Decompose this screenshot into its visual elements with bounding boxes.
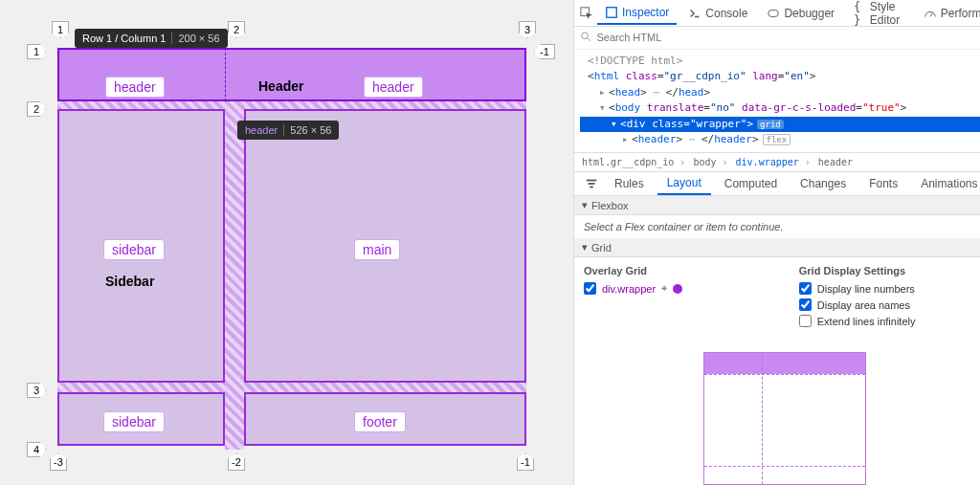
body-tag-line[interactable]: ▾<body translate="no" data-gr-c-s-loaded… <box>580 100 980 117</box>
mini-grid-row-line <box>704 466 865 467</box>
sidebar-element-text: Sidebar <box>105 274 154 289</box>
setting-line-numbers[interactable]: Display line numbers <box>799 282 980 295</box>
tab-debugger[interactable]: Debugger <box>759 3 842 24</box>
overlay-grid-column: Overlay Grid div.wrapper ⌖ <box>584 265 770 331</box>
grid-area-sidebar-lower[interactable] <box>57 392 225 446</box>
sidebar-tab-changes[interactable]: Changes <box>791 173 856 194</box>
disclosure-triangle-icon: ▾ <box>582 199 588 211</box>
header-element-text: Header <box>258 78 303 94</box>
grid-settings-column: Grid Display Settings Display line numbe… <box>799 265 980 331</box>
grid-area-sidebar[interactable] <box>57 109 225 383</box>
grid-section-header[interactable]: ▾ Grid <box>574 238 980 257</box>
target-icon[interactable]: ⌖ <box>661 282 667 295</box>
grid-cell-tooltip: Row 1 / Column 1 200 × 56 <box>75 29 228 48</box>
svg-point-4 <box>582 33 589 39</box>
flex-badge[interactable]: flex <box>763 134 791 145</box>
svg-line-3 <box>930 12 933 16</box>
overlay-grid-item[interactable]: div.wrapper ⌖ <box>584 282 770 295</box>
devtools-toolbar: Inspector Console Debugger { } Style Edi… <box>574 0 980 27</box>
tab-performance[interactable]: Perform <box>916 3 980 24</box>
tooltip-tag: header <box>245 124 278 136</box>
grid-line-number-negative: -1 <box>534 44 555 59</box>
grid-track-divider <box>225 48 226 101</box>
flexbox-section-header[interactable]: ▾ Flexbox <box>574 196 980 215</box>
svg-rect-2 <box>768 10 779 16</box>
grid-line-number-negative: -1 <box>517 453 534 471</box>
tab-console[interactable]: Console <box>680 3 755 24</box>
grid-line-number: 2 <box>228 21 245 38</box>
svg-line-5 <box>588 38 590 41</box>
sidebar-tab-computed[interactable]: Computed <box>715 173 787 194</box>
page-viewport: header Header header sidebar Sidebar mai… <box>0 0 574 485</box>
doctype-line: <!DOCTYPE html> <box>580 54 980 70</box>
grid-line-number: 3 <box>27 383 46 398</box>
overlay-grid-title: Overlay Grid <box>584 265 770 276</box>
svg-rect-1 <box>607 7 617 17</box>
overlay-grid-selector: div.wrapper <box>602 283 656 295</box>
grid-settings-title: Grid Display Settings <box>799 265 980 276</box>
grid-badge[interactable]: grid <box>757 120 784 129</box>
svg-rect-8 <box>590 187 593 188</box>
breadcrumb-item[interactable]: html.gr__cdpn_io <box>582 157 674 167</box>
tooltip-dimensions: 526 × 56 <box>290 124 331 136</box>
devtools-panel: Inspector Console Debugger { } Style Edi… <box>574 0 980 485</box>
sidebar-tabs: Rules Layout Computed Changes Fonts Anim… <box>574 172 980 197</box>
breadcrumb-bar[interactable]: html.gr__cdpn_io› body› div.wrapper› hea… <box>574 152 980 172</box>
disclosure-triangle-icon: ▾ <box>582 241 588 254</box>
setting-checkbox[interactable] <box>799 282 812 295</box>
svg-rect-6 <box>587 180 597 182</box>
mini-grid-row-line <box>704 374 865 375</box>
setting-checkbox[interactable] <box>799 298 812 311</box>
html-search-bar[interactable] <box>574 27 980 50</box>
grid-column-gap <box>225 48 244 450</box>
html-tag-line[interactable]: <html class="gr__cdpn_io" lang="en"> <box>580 69 980 85</box>
overlay-grid-checkbox[interactable] <box>584 282 596 295</box>
grid-area-main[interactable] <box>244 109 526 383</box>
breadcrumb-item[interactable]: body <box>693 157 716 167</box>
grid-row-gap <box>57 101 526 109</box>
grid-line-number: 1 <box>52 21 69 38</box>
selected-element-line[interactable]: ▾<div class="wrapper">grid <box>580 117 980 133</box>
breadcrumb-item[interactable]: div.wrapper <box>736 157 799 167</box>
grid-line-number-negative: -3 <box>50 453 67 471</box>
sidebar-tab-rules[interactable]: Rules <box>605 173 654 194</box>
grid-panel-body: Overlay Grid div.wrapper ⌖ Grid Display … <box>574 257 980 339</box>
mini-grid-header <box>704 353 865 374</box>
header-tag-line[interactable]: ▸<header> ⋯ </header>flex <box>580 132 980 148</box>
pick-element-icon[interactable] <box>580 4 593 23</box>
tab-inspector[interactable]: Inspector <box>597 2 677 25</box>
tab-style-editor[interactable]: { } Style Editor <box>846 0 912 31</box>
tooltip-label: Row 1 / Column 1 <box>82 33 166 44</box>
color-swatch[interactable] <box>673 284 682 294</box>
setting-area-names[interactable]: Display area names <box>799 298 980 311</box>
tooltip-dimensions: 200 × 56 <box>178 33 219 44</box>
search-icon <box>580 31 592 44</box>
grid-overlay: header Header header sidebar Sidebar mai… <box>57 48 526 450</box>
element-tooltip: header 526 × 56 <box>237 121 339 140</box>
sidebar-tab-fonts[interactable]: Fonts <box>859 173 907 194</box>
svg-rect-7 <box>589 183 595 185</box>
grid-outline-preview[interactable] <box>703 352 866 485</box>
grid-line-number: 1 <box>27 44 46 59</box>
grid-line-number: 2 <box>27 101 46 117</box>
breadcrumb-item[interactable]: header <box>818 157 853 167</box>
setting-extend-lines[interactable]: Extend lines infinitely <box>799 315 980 327</box>
sidebar-tab-layout[interactable]: Layout <box>657 172 711 195</box>
mini-grid-col-line <box>762 353 763 484</box>
markup-view[interactable]: <!DOCTYPE html> <html class="gr__cdpn_io… <box>574 50 980 152</box>
filter-icon[interactable] <box>582 177 601 190</box>
sidebar-tab-animations[interactable]: Animations <box>911 173 980 194</box>
grid-line-number: 3 <box>519 21 536 38</box>
setting-checkbox[interactable] <box>799 315 812 327</box>
html-search-input[interactable] <box>596 32 980 43</box>
grid-line-number-negative: -2 <box>228 453 245 471</box>
grid-area-footer[interactable] <box>244 392 526 446</box>
grid-row-gap <box>57 383 526 392</box>
grid-line-number: 4 <box>27 442 46 457</box>
flexbox-empty-message: Select a Flex container or item to conti… <box>574 215 980 238</box>
head-tag-line[interactable]: ▸<head> ⋯ </head> <box>580 85 980 101</box>
